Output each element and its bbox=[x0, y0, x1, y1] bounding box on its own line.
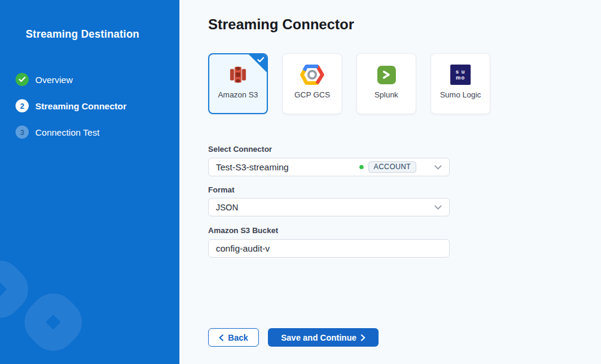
step-label: Overview bbox=[35, 75, 73, 85]
step-overview[interactable]: Overview bbox=[16, 73, 127, 86]
page-title: Streaming Connector bbox=[208, 16, 354, 33]
bucket-input[interactable] bbox=[216, 243, 442, 253]
select-connector-value: Test-S3-streaming bbox=[216, 162, 359, 172]
format-value: JSON bbox=[216, 203, 434, 212]
connector-card-gcp-gcs[interactable]: GCP GCS bbox=[282, 53, 342, 114]
connector-card-label: Sumo Logic bbox=[437, 90, 484, 100]
save-button-label: Save and Continue bbox=[281, 333, 356, 342]
connector-card-label: Amazon S3 bbox=[215, 90, 261, 100]
sumo-icon-text: mo bbox=[456, 75, 465, 81]
back-button[interactable]: Back bbox=[208, 328, 259, 347]
select-connector-dropdown[interactable]: Test-S3-streaming ACCOUNT bbox=[208, 158, 450, 176]
gcp-gcs-icon bbox=[300, 62, 324, 87]
chevron-down-icon bbox=[434, 205, 442, 210]
connector-card-label: GCP GCS bbox=[289, 90, 335, 100]
selected-check-icon bbox=[257, 57, 264, 63]
sidebar-title: Streaming Destination bbox=[26, 28, 139, 41]
chevron-right-icon bbox=[361, 334, 365, 341]
step-number-badge: 3 bbox=[16, 126, 29, 139]
account-status-dot-icon bbox=[359, 165, 364, 169]
back-button-label: Back bbox=[228, 333, 248, 342]
amazon-s3-icon bbox=[229, 62, 247, 87]
connector-card-row: Amazon S3 GCP GCS bbox=[208, 53, 490, 114]
streaming-destination-wizard: Streaming Destination Overview 2 Streami… bbox=[0, 0, 601, 364]
step-label: Connection Test bbox=[35, 127, 99, 137]
step-complete-check-icon bbox=[16, 73, 29, 86]
step-streaming-connector[interactable]: 2 Streaming Connector bbox=[16, 99, 127, 112]
save-and-continue-button[interactable]: Save and Continue bbox=[268, 328, 379, 347]
connector-card-label: Splunk bbox=[363, 90, 410, 100]
account-badge: ACCOUNT bbox=[368, 161, 416, 173]
step-connection-test[interactable]: 3 Connection Test bbox=[16, 126, 127, 139]
bucket-input-wrap bbox=[208, 239, 450, 258]
chevron-down-icon bbox=[434, 165, 442, 170]
select-connector-label: Select Connector bbox=[208, 145, 272, 154]
connector-card-sumo-logic[interactable]: s u mo Sumo Logic bbox=[431, 53, 490, 114]
step-label: Streaming Connector bbox=[35, 101, 127, 111]
chevron-left-icon bbox=[219, 334, 224, 341]
wizard-steps: Overview 2 Streaming Connector 3 Connect… bbox=[16, 73, 127, 152]
splunk-icon bbox=[377, 62, 396, 87]
connector-card-amazon-s3[interactable]: Amazon S3 bbox=[208, 53, 268, 114]
format-label: Format bbox=[208, 185, 234, 194]
step-number-badge: 2 bbox=[16, 99, 29, 112]
sidebar: Streaming Destination Overview 2 Streami… bbox=[0, 0, 179, 364]
main-panel: Streaming Connector Amazon S3 bbox=[179, 0, 601, 364]
sumo-icon-text: s u bbox=[456, 69, 465, 75]
sumo-logic-icon: s u mo bbox=[450, 62, 471, 87]
format-dropdown[interactable]: JSON bbox=[208, 198, 450, 216]
connector-card-splunk[interactable]: Splunk bbox=[356, 53, 416, 114]
bucket-label: Amazon S3 Bucket bbox=[208, 226, 278, 235]
